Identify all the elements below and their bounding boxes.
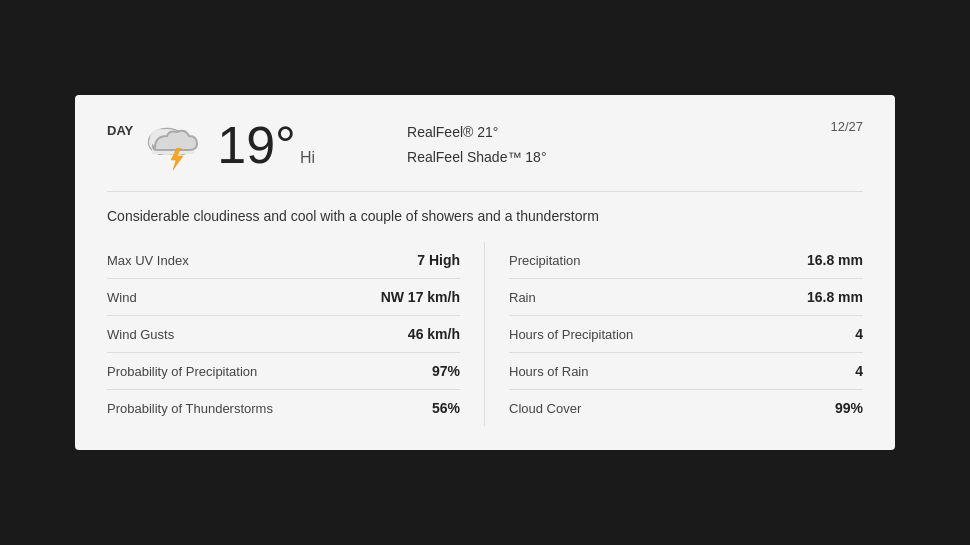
data-label: Max UV Index — [107, 253, 189, 268]
svg-marker-6 — [171, 148, 183, 170]
data-value: 46 km/h — [408, 326, 460, 342]
weather-icon — [145, 120, 205, 170]
data-value: 4 — [855, 363, 863, 379]
data-value: 16.8 mm — [807, 252, 863, 268]
data-label: Cloud Cover — [509, 401, 581, 416]
data-value: 97% — [432, 363, 460, 379]
data-label: Precipitation — [509, 253, 581, 268]
weather-card: DAY 19° — [75, 95, 895, 450]
table-row: Wind Gusts46 km/h — [107, 316, 460, 353]
right-column: Precipitation16.8 mmRain16.8 mmHours of … — [485, 242, 863, 426]
temp-hi-label: Hi — [300, 149, 315, 167]
table-row: Probability of Precipitation97% — [107, 353, 460, 390]
table-row: Hours of Rain4 — [509, 353, 863, 390]
data-label: Probability of Thunderstorms — [107, 401, 273, 416]
table-row: Max UV Index7 High — [107, 242, 460, 279]
left-column: Max UV Index7 HighWindNW 17 km/hWind Gus… — [107, 242, 485, 426]
degree-symbol: ° — [275, 119, 296, 171]
table-row: WindNW 17 km/h — [107, 279, 460, 316]
data-value: 99% — [835, 400, 863, 416]
lightning-icon — [167, 148, 185, 170]
table-row: Precipitation16.8 mm — [509, 242, 863, 279]
weather-description: Considerable cloudiness and cool with a … — [107, 191, 863, 224]
data-label: Probability of Precipitation — [107, 364, 257, 379]
data-value: 56% — [432, 400, 460, 416]
date-label: 12/27 — [830, 119, 863, 134]
data-label: Rain — [509, 290, 536, 305]
data-value: NW 17 km/h — [381, 289, 460, 305]
data-label: Wind — [107, 290, 137, 305]
realfeel-section: RealFeel® 21° RealFeel Shade™ 18° — [407, 120, 546, 170]
data-label: Hours of Precipitation — [509, 327, 633, 342]
data-label: Wind Gusts — [107, 327, 174, 342]
realfeel-value: RealFeel® 21° — [407, 120, 546, 145]
table-row: Hours of Precipitation4 — [509, 316, 863, 353]
data-grid: Max UV Index7 HighWindNW 17 km/hWind Gus… — [107, 242, 863, 426]
table-row: Cloud Cover99% — [509, 390, 863, 426]
data-value: 7 High — [417, 252, 460, 268]
table-row: Rain16.8 mm — [509, 279, 863, 316]
realfeel-shade-value: RealFeel Shade™ 18° — [407, 145, 546, 170]
temperature-block: 19° Hi — [217, 119, 315, 171]
table-row: Probability of Thunderstorms56% — [107, 390, 460, 426]
header-left: DAY 19° — [107, 119, 546, 171]
temperature-value: 19 — [217, 119, 275, 171]
day-label: DAY — [107, 123, 133, 138]
data-label: Hours of Rain — [509, 364, 588, 379]
data-value: 16.8 mm — [807, 289, 863, 305]
data-value: 4 — [855, 326, 863, 342]
header: DAY 19° — [107, 119, 863, 171]
